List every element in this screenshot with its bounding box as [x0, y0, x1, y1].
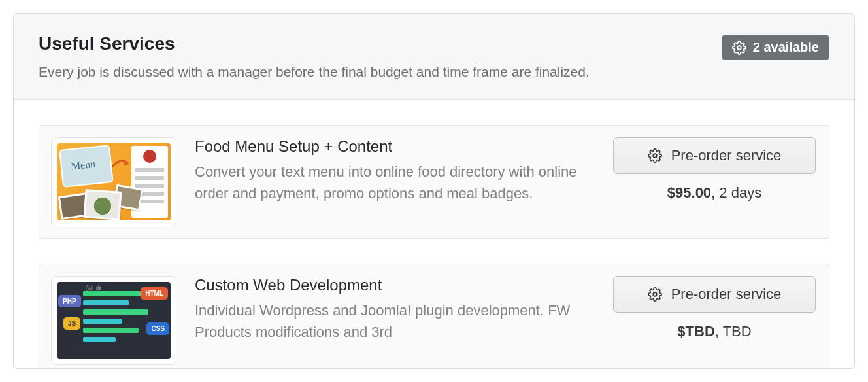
service-description: Convert your text menu into online food … — [195, 161, 595, 204]
panel-subtitle: Every job is discussed with a manager be… — [39, 62, 722, 81]
service-item: Menu Food Menu Setup + Content Convert y… — [39, 125, 829, 239]
service-info: Custom Web Development Individual Wordpr… — [195, 276, 595, 343]
preorder-label: Pre-order service — [671, 147, 782, 164]
services-list: Menu Food Menu Setup + Content Convert y… — [14, 100, 854, 369]
price-separator: , — [711, 184, 719, 201]
dev-thumbnail-graphic: ⓦ ✲ PHP JS HTML CSS — [57, 282, 171, 359]
service-description: Individual Wordpress and Joomla! plugin … — [195, 300, 595, 343]
service-price-line: $95.00, 2 days — [667, 184, 761, 201]
service-title: Custom Web Development — [195, 276, 595, 294]
service-title: Food Menu Setup + Content — [195, 137, 595, 156]
gear-icon — [648, 287, 662, 302]
availability-label: 2 available — [753, 40, 819, 55]
services-panel: Useful Services Every job is discussed w… — [13, 13, 855, 369]
service-actions: Pre-order service $95.00, 2 days — [613, 137, 816, 201]
gear-icon — [648, 148, 662, 163]
panel-header: Useful Services Every job is discussed w… — [14, 14, 854, 100]
panel-title: Useful Services — [39, 33, 722, 54]
svg-point-2 — [653, 293, 657, 297]
price-separator: , — [715, 323, 723, 339]
service-price: $TBD — [677, 323, 714, 339]
service-thumbnail: ⓦ ✲ PHP JS HTML CSS — [51, 276, 176, 365]
svg-point-0 — [737, 46, 741, 50]
availability-badge: 2 available — [722, 35, 829, 60]
preorder-button[interactable]: Pre-order service — [613, 137, 816, 174]
service-item: ⓦ ✲ PHP JS HTML CSS Custom Web Developme… — [39, 264, 829, 369]
food-thumbnail-graphic: Menu — [57, 143, 171, 220]
service-info: Food Menu Setup + Content Convert your t… — [195, 137, 595, 204]
preorder-label: Pre-order service — [671, 286, 782, 303]
gear-icon — [732, 41, 746, 55]
service-price-line: $TBD, TBD — [677, 323, 751, 340]
preorder-button[interactable]: Pre-order service — [613, 276, 816, 313]
service-price: $95.00 — [667, 184, 711, 201]
header-text: Useful Services Every job is discussed w… — [39, 33, 722, 81]
service-actions: Pre-order service $TBD, TBD — [613, 276, 816, 340]
service-thumbnail: Menu — [51, 137, 176, 226]
service-duration: 2 days — [719, 184, 761, 201]
svg-point-1 — [653, 154, 657, 158]
service-duration: TBD — [723, 323, 752, 339]
